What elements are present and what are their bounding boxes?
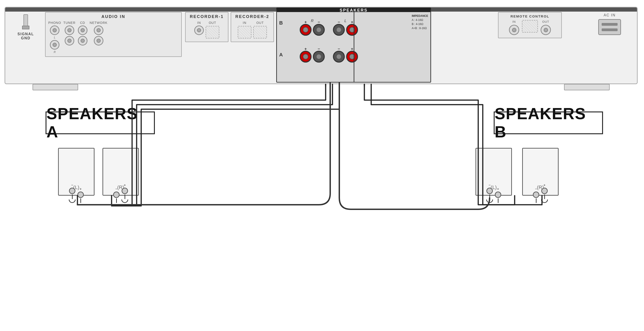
rec2-in-label: IN <box>243 21 246 24</box>
recorder2-header: RECORDER-2 <box>234 14 271 19</box>
phono-r-label: R <box>54 50 56 54</box>
rec2-tape-head-in <box>238 26 252 38</box>
phono-jacks-r <box>50 40 60 50</box>
phono-jack-l <box>50 25 60 35</box>
spk-b-r-plus[interactable] <box>300 24 312 36</box>
rec2-tape-head-out <box>253 26 267 38</box>
spk-divider <box>354 12 354 82</box>
remote-mesh <box>522 20 538 32</box>
spk-b-right-plus-wire <box>544 195 545 199</box>
cd-col: CD <box>78 21 88 45</box>
spk-b-right-minus-terminal: − <box>533 187 539 203</box>
speakers-a-label: SPEAKERS A <box>46 105 154 141</box>
phono-col: PHONO L R <box>48 21 61 54</box>
spk-b-l-label: L <box>344 19 346 23</box>
recorder1-section: RECORDER-1 IN OUT <box>185 12 228 42</box>
amp-foot-left <box>32 84 78 90</box>
remote-in-col: IN <box>509 20 519 35</box>
cd-jack-r <box>78 36 88 45</box>
spk-b-right-terminals: − + <box>533 183 548 203</box>
plus-sign: + <box>80 187 82 191</box>
spk-a-right-minus-terminal: − <box>113 187 120 203</box>
rec2-in-col: IN <box>238 21 252 39</box>
spk-a-left-plus-circle <box>78 192 84 198</box>
remote-control-title: REMOTE CONTROL <box>501 14 558 18</box>
spk-b-r-minus[interactable] <box>313 24 325 36</box>
amp-panel: SIGNALGND AUDIO IN PHONO L R <box>4 7 638 84</box>
spk-a-left-terminals: − + <box>69 183 84 203</box>
recorder1-inout: IN OUT <box>188 21 226 39</box>
phono-l-label: L <box>54 36 56 39</box>
spk-b-left-plus-wire <box>498 198 498 203</box>
ac-socket <box>598 19 621 35</box>
ac-in-section: AC IN <box>589 13 630 35</box>
spk-a-right-terminals: − + <box>113 183 128 203</box>
spk-b-right-plus-arc <box>541 200 548 203</box>
spk-b-right-minus-wire <box>536 198 536 203</box>
main-container: SIGNALGND AUDIO IN PHONO L R <box>0 0 644 331</box>
audio-in-header: AUDIO IN <box>48 14 178 19</box>
spk-a-l-minus[interactable] <box>333 51 345 62</box>
cd-jack-l <box>78 25 88 35</box>
spk-b-left-plus-terminal: + <box>495 187 501 203</box>
spk-a-r-pair: + − <box>300 51 325 62</box>
network-label: NETWORK <box>90 21 108 24</box>
tuner-jack-r <box>65 36 74 45</box>
spk-b-left-minus-circle <box>486 188 493 194</box>
rec1-out-label: OUT <box>209 21 216 24</box>
signal-gnd-section: SIGNALGND <box>12 14 40 40</box>
spk-a-right-plus-arc <box>122 200 128 203</box>
rec1-in-jack <box>194 25 204 35</box>
phono-jack-r <box>50 40 60 50</box>
phono-label: PHONO <box>48 21 61 24</box>
speakers-a-box: SPEAKERS A <box>46 111 155 134</box>
ac-slot-2 <box>602 28 618 31</box>
minus-sign-4: − <box>535 187 537 191</box>
ac-slot-1 <box>602 23 618 26</box>
spk-a-left-minus-wire <box>72 195 73 199</box>
rec1-in-label: IN <box>197 21 201 24</box>
plus-sign-4: + <box>543 183 546 187</box>
cd-label: CD <box>80 21 85 24</box>
spk-a-left-plus-terminal: + <box>78 187 84 203</box>
speakers-b-box: SPEAKERS B <box>494 111 603 134</box>
plus-sign-2: + <box>124 183 126 187</box>
remote-in-jack <box>509 25 519 35</box>
network-col: NETWORK <box>90 21 108 45</box>
spk-b-left-minus-terminal: − <box>486 183 493 203</box>
spk-b-left-terminals: − + <box>486 183 501 203</box>
tuner-col: TUNER <box>63 21 76 45</box>
spk-b-right-unit: (R) − + <box>522 148 558 196</box>
signal-gnd-post <box>21 14 30 30</box>
spk-b-l-plus[interactable] <box>346 24 358 36</box>
spk-a-left-minus-arc <box>69 200 76 203</box>
amp-foot-right <box>564 84 610 90</box>
spk-b-right-plus-circle <box>541 188 548 194</box>
spk-b-r-pair: + − <box>300 24 325 36</box>
audio-in-cols: PHONO L R TUNER <box>48 21 178 54</box>
impedance-label: IMPEDANCE <box>412 14 428 17</box>
plus-sign-3: + <box>497 187 499 191</box>
spk-b-l-minus[interactable] <box>333 24 345 36</box>
spk-a-r-plus[interactable] <box>300 51 312 62</box>
spk-a-left-unit: (L) − + <box>58 148 94 196</box>
remote-in-label: IN <box>512 20 516 23</box>
ac-in-label: AC IN <box>589 13 630 17</box>
network-jack-l <box>94 25 104 35</box>
speakers-main: SPEAKERS IMPEDANCE A : 4-16Ω B : 4-16Ω A… <box>276 7 431 83</box>
spk-row-a-label: A <box>279 52 283 58</box>
spk-a-r-minus[interactable] <box>313 51 325 62</box>
remote-mesh-col <box>522 20 538 35</box>
spk-b-r-label: R <box>311 19 314 23</box>
spk-b-r-channel: R + − <box>300 19 325 36</box>
spk-row-b-terminals: R + − L <box>300 19 427 36</box>
remote-out-col: OUT <box>540 20 551 35</box>
spk-a-right-minus-circle <box>113 192 120 198</box>
spk-a-left-plus-wire <box>80 198 81 203</box>
spk-row-a-terminals: + − − <box>300 51 427 62</box>
spk-b-left-plus-circle <box>495 192 501 198</box>
remote-control-section: REMOTE CONTROL IN OUT <box>498 12 562 38</box>
spk-b-left-unit: (L) − + <box>476 148 512 196</box>
spk-a-l-plus[interactable] <box>346 51 358 62</box>
spk-a-left-minus-circle <box>69 188 76 194</box>
